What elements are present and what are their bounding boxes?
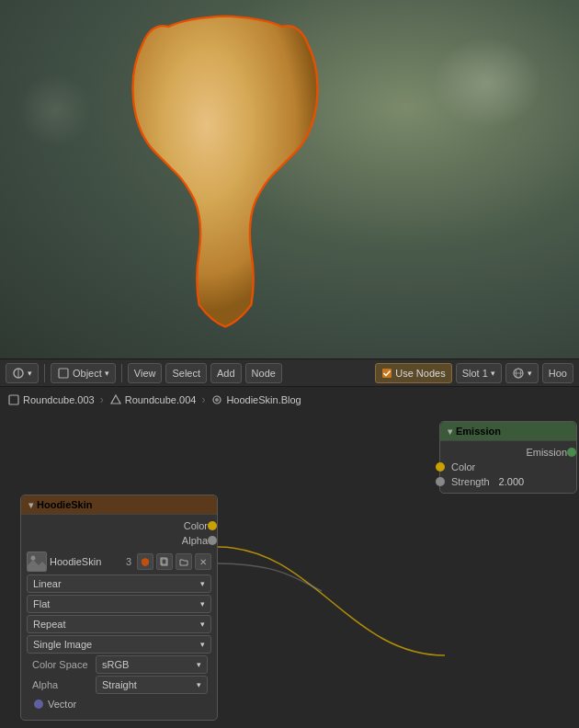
strength-socket[interactable]: Strength 2.000 [440, 474, 576, 489]
node-emission-header: ▾ Emission [440, 422, 576, 441]
svg-rect-3 [382, 369, 392, 378]
svg-point-9 [215, 398, 219, 402]
alpha-socket-dot [208, 536, 217, 545]
folder-btn[interactable] [176, 553, 192, 570]
breadcrumb-mesh-icon [109, 393, 122, 406]
extension-dropdown[interactable]: Repeat ▾ [27, 615, 211, 633]
use-nodes-check-icon [381, 368, 392, 379]
texture-row: HoodieSkin 3 [27, 552, 211, 572]
copy-icon [160, 557, 169, 566]
vector-dot [34, 700, 43, 709]
breadcrumb-material-icon [210, 393, 223, 406]
projection-chevron: ▾ [200, 599, 205, 609]
add-btn[interactable]: Add [210, 363, 242, 383]
texture-panel: HoodieSkin 3 [21, 548, 217, 716]
node-emission[interactable]: ▾ Emission Emission Color Strength 2.000 [439, 421, 577, 494]
select-label: Select [172, 368, 200, 379]
protect-btn[interactable] [137, 553, 153, 570]
alpha-label-left: Alpha [27, 679, 96, 690]
color-input-dot [436, 462, 445, 472]
node-hoodieskin[interactable]: ▾ HoodieSkin Color Alpha [20, 495, 218, 721]
node-btn[interactable]: Node [245, 363, 282, 383]
color-input-socket[interactable]: Color [440, 460, 576, 474]
alpha-row: Alpha Straight ▾ [27, 676, 211, 694]
body-silhouette [119, 9, 331, 331]
use-nodes-btn[interactable]: Use Nodes [375, 363, 451, 383]
folder-icon [179, 557, 188, 566]
svg-rect-2 [59, 369, 68, 378]
object-icon [57, 367, 70, 380]
interpolation-dropdown[interactable]: Linear ▾ [27, 574, 211, 593]
mode-icon-btn[interactable]: ▾ [6, 363, 39, 383]
slot-btn[interactable]: Slot 1 ▾ [456, 363, 502, 383]
extension-chevron: ▾ [200, 620, 205, 629]
emission-output-socket[interactable]: Emission [440, 445, 576, 460]
mode-chevron: ▾ [28, 369, 32, 378]
alpha-output-label: Alpha [182, 535, 208, 546]
sep-2 [121, 364, 122, 382]
use-nodes-label: Use Nodes [395, 368, 445, 379]
interpolation-label: Linear [33, 578, 62, 589]
node-editor[interactable]: ▾ HoodieSkin Color Alpha [0, 412, 579, 728]
color-output-socket[interactable]: Color [21, 518, 217, 533]
svg-rect-7 [9, 395, 18, 404]
hoo-btn[interactable]: Hoo [542, 363, 573, 383]
texture-num: 3 [123, 556, 134, 567]
strength-label: Strength [451, 476, 490, 487]
close-icon: ✕ [199, 557, 207, 567]
interpolation-chevron: ▾ [200, 579, 205, 588]
node-emission-title: Emission [456, 426, 501, 437]
close-texture-btn[interactable]: ✕ [195, 553, 211, 570]
projection-dropdown[interactable]: Flat ▾ [27, 595, 211, 613]
breadcrumb-bar: Roundcube.003 › Roundcube.004 › HoodieSk… [0, 386, 579, 412]
view-btn[interactable]: View [128, 363, 163, 383]
node-hoodieskin-body: Color Alpha [21, 515, 217, 720]
breadcrumb-label-2: Roundcube.004 [125, 394, 197, 405]
svg-point-11 [31, 556, 36, 561]
object-mode-btn[interactable]: Object ▾ [51, 363, 116, 383]
texture-thumb [27, 552, 47, 572]
colorspace-value: sRGB [102, 659, 129, 670]
select-btn[interactable]: Select [165, 363, 207, 383]
node-hoodieskin-header: ▾ HoodieSkin [21, 495, 217, 515]
top-toolbar: ▾ Object ▾ View Select Add Node Use Node… [0, 358, 579, 386]
vector-label: Vector [48, 699, 76, 710]
add-label: Add [217, 368, 235, 379]
alpha-value: Straight [102, 679, 137, 690]
colorspace-chevron: ▾ [197, 660, 201, 669]
collapse-icon[interactable]: ▾ [28, 500, 33, 510]
projection-label: Flat [33, 598, 50, 609]
color-input-label: Color [451, 461, 475, 472]
breadcrumb-label-3: HoodieSkin.Blog [226, 394, 301, 405]
emission-output-dot [567, 448, 576, 457]
emission-collapse-icon[interactable]: ▾ [448, 427, 452, 437]
view-label: View [134, 368, 156, 379]
breadcrumb-sep-1: › [100, 393, 104, 406]
colorspace-dropdown[interactable]: sRGB ▾ [96, 655, 208, 674]
alpha-output-socket[interactable]: Alpha [21, 533, 217, 548]
slot-label: Slot 1 [462, 368, 488, 379]
color-socket-dot [208, 521, 217, 530]
shield-icon [141, 557, 150, 566]
globe-btn[interactable]: ▾ [505, 363, 539, 383]
source-label: Single Image [33, 639, 92, 650]
breadcrumb-item-3[interactable]: HoodieSkin.Blog [210, 393, 301, 406]
breadcrumb-object-icon [7, 393, 20, 406]
globe-icon [512, 367, 525, 380]
breadcrumb-item-2[interactable]: Roundcube.004 [109, 393, 197, 406]
alpha-dropdown[interactable]: Straight ▾ [96, 676, 208, 694]
sep-1 [44, 364, 45, 382]
strength-value: 2.000 [499, 476, 525, 487]
copy-btn[interactable] [156, 553, 173, 570]
vector-row: Vector [27, 696, 211, 712]
source-dropdown[interactable]: Single Image ▾ [27, 635, 211, 654]
emission-output-label: Emission [526, 447, 567, 458]
breadcrumb-item-1[interactable]: Roundcube.003 [7, 393, 95, 406]
slot-chevron: ▾ [491, 369, 495, 378]
node-emission-body: Emission Color Strength 2.000 [440, 441, 576, 493]
viewport[interactable] [0, 0, 579, 358]
breadcrumb-sep-2: › [201, 393, 205, 406]
colorspace-row: Color Space sRGB ▾ [27, 655, 211, 674]
texture-name: HoodieSkin [50, 556, 120, 567]
breadcrumb-label-1: Roundcube.003 [23, 394, 95, 405]
